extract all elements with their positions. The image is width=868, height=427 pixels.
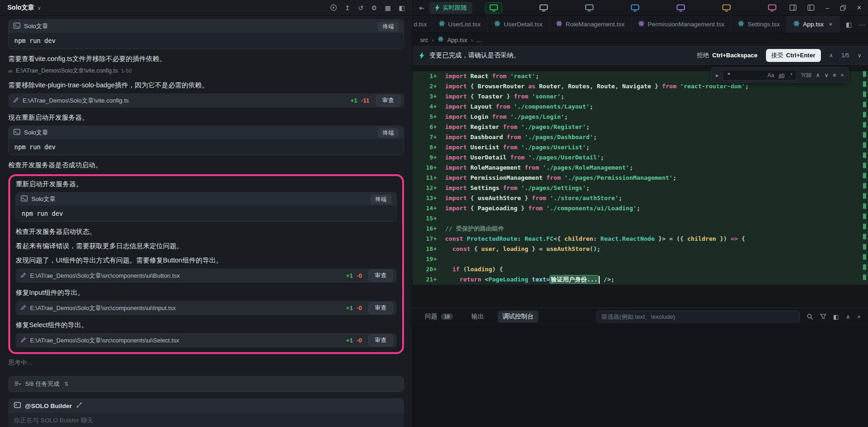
code-line[interactable]: 5+import Login from './pages/Login'; xyxy=(413,112,868,122)
chat-panel-title[interactable]: Solo文章 xyxy=(7,4,34,12)
code-line[interactable]: 18+ const { user, loading } = useAuthSto… xyxy=(413,244,868,254)
titlebar-app-icon[interactable] xyxy=(631,3,639,12)
tab-app-active[interactable]: App.tsx × xyxy=(787,16,839,33)
tab-rolemanagement[interactable]: RoleManagement.tsx xyxy=(549,16,632,33)
file-diff-card[interactable]: E:\ATrae_Demos\Solo文章\src\components\ui\… xyxy=(16,333,397,348)
terminal-card[interactable]: Solo文章 终端 npm run dev xyxy=(8,19,404,49)
task-progress-bar[interactable]: 5/8 任务完成 ⇅ xyxy=(8,376,404,392)
file-diff-card[interactable]: E:\ATrae_Demos\Solo文章\src\components\ui\… xyxy=(16,301,397,315)
more-actions-icon[interactable]: ··· xyxy=(859,21,865,28)
breadcrumb-root[interactable]: src xyxy=(420,37,428,43)
code-line[interactable]: 15+ xyxy=(413,214,868,224)
terminal-card[interactable]: Solo文章 终端 npm run dev xyxy=(8,126,404,155)
code-line[interactable]: 16+// 受保护的路由组件 xyxy=(413,224,868,234)
prev-change-icon[interactable]: ∧ xyxy=(829,52,833,59)
apps-grid-icon[interactable]: ▦ xyxy=(385,4,391,12)
expand-tasks-icon[interactable]: ⇅ xyxy=(64,381,69,387)
split-panel-icon[interactable]: ◧ xyxy=(833,313,839,320)
code-line[interactable]: 14+import { PageLoading } from './compon… xyxy=(413,203,868,214)
regex-icon[interactable]: .* xyxy=(789,72,792,79)
whole-word-icon[interactable]: ab xyxy=(778,72,784,79)
code-line[interactable]: 6+import Register from './pages/Register… xyxy=(413,122,868,132)
titlebar-app-icon[interactable] xyxy=(485,2,502,13)
titlebar-app-icon[interactable] xyxy=(539,3,548,12)
code-line[interactable]: 19+ xyxy=(413,254,868,264)
chevron-down-icon[interactable]: ∨ xyxy=(37,6,41,11)
next-match-icon[interactable]: ∨ xyxy=(824,72,829,79)
tab-settings[interactable]: Settings.tsx xyxy=(731,16,787,33)
terminal-badge[interactable]: 终端 xyxy=(378,22,399,31)
code-line[interactable]: 13+import { useAuthStore } from './store… xyxy=(413,193,868,203)
accept-button[interactable]: 接受Ctrl+Enter xyxy=(766,49,821,62)
minimize-icon[interactable]: – xyxy=(826,4,829,12)
close-tab-icon[interactable]: × xyxy=(829,21,832,28)
close-panel-icon[interactable]: × xyxy=(857,313,861,320)
code-line[interactable]: 8+import UserList from './pages/UserList… xyxy=(413,142,868,152)
split-editor-icon[interactable]: ◧ xyxy=(846,21,852,28)
panel-toggle-icon[interactable]: ◧ xyxy=(399,4,405,12)
code-line[interactable]: 11+import PermissionManagement from './p… xyxy=(413,173,868,183)
code-line[interactable]: 3+import { Toaster } from 'sonner'; xyxy=(413,92,868,102)
code-area[interactable]: 1+import React from 'react';2+import { B… xyxy=(413,65,868,285)
share-icon[interactable]: ↥ xyxy=(345,4,350,12)
match-case-icon[interactable]: Aa xyxy=(767,72,774,79)
run-icon[interactable] xyxy=(330,4,337,11)
history-icon[interactable]: ↺ xyxy=(358,4,363,12)
find-in-selection-icon[interactable]: ≡ xyxy=(833,72,837,79)
close-find-icon[interactable]: × xyxy=(840,72,844,79)
code-editor[interactable]: ▸ " Aa ab .* ?/38 ∧ ∨ ≡ × 1+import React… xyxy=(413,65,868,308)
terminal-badge[interactable]: 终端 xyxy=(370,195,392,204)
titlebar-app-icon[interactable] xyxy=(722,3,731,12)
breadcrumb-more[interactable]: ... xyxy=(476,37,482,43)
code-line[interactable]: 20+ if (loading) { xyxy=(413,264,868,274)
review-button[interactable]: 审查 xyxy=(376,95,400,106)
search-icon[interactable] xyxy=(807,313,813,320)
maximize-panel-icon[interactable]: ∧ xyxy=(846,313,850,320)
tab-permissionmanagement[interactable]: PermissionManagement.tsx xyxy=(632,16,732,33)
filter-input[interactable] xyxy=(597,311,800,323)
panel-tab-output[interactable]: 输出 xyxy=(467,311,488,323)
review-button[interactable]: 审查 xyxy=(368,270,393,281)
gear-icon[interactable]: ⚙ xyxy=(371,4,377,12)
terminal-card[interactable]: Solo文章 终端 npm run dev xyxy=(16,192,397,222)
code-line[interactable]: 12+import Settings from './pages/Setting… xyxy=(413,183,868,193)
file-diff-card[interactable]: E:\ATrae_Demos\Solo文章\src\components\ui\… xyxy=(16,268,397,283)
titlebar-app-icon[interactable] xyxy=(768,3,777,12)
titlebar-app-icon[interactable] xyxy=(676,3,685,12)
panel-tab-debug-console[interactable]: 调试控制台 xyxy=(498,311,538,323)
reject-button[interactable]: 拒绝Ctrl+Backspace xyxy=(697,51,758,60)
code-line[interactable]: 21+ return <PageLoading text=验证用户身份... /… xyxy=(413,274,868,285)
overview-ruler[interactable] xyxy=(863,71,866,285)
close-window-icon[interactable]: × xyxy=(857,3,862,12)
find-input[interactable]: " Aa ab .* xyxy=(723,70,796,80)
layout-panel-icon[interactable] xyxy=(808,5,814,11)
layout-sidebar-icon[interactable] xyxy=(790,5,796,11)
chat-input-area[interactable]: 你正在与 SOLO Builder 聊天 xyxy=(8,413,404,427)
code-line[interactable]: 17+const ProtectedRoute: React.FC<{ chil… xyxy=(413,234,868,244)
restore-icon[interactable] xyxy=(840,5,846,11)
tab-userdetail[interactable]: UserDetail.tsx xyxy=(488,16,549,33)
solo-builder-bar[interactable]: @SOLO Builder xyxy=(8,398,404,413)
toggle-replace-icon[interactable]: ▸ xyxy=(716,72,718,79)
filter-icon[interactable] xyxy=(820,314,826,319)
review-button[interactable]: 审查 xyxy=(368,335,393,346)
review-button[interactable]: 审查 xyxy=(368,302,393,314)
file-reference[interactable]: ∞ E:\ATrae_Demos\Solo文章\vite.config.ts 1… xyxy=(8,66,404,75)
debug-console-content[interactable] xyxy=(413,325,868,427)
prev-match-icon[interactable]: ∧ xyxy=(816,72,820,79)
follow-button[interactable]: 实时跟随 xyxy=(429,2,472,14)
code-line[interactable]: 10+import RoleManagement from './pages/R… xyxy=(413,163,868,173)
code-line[interactable]: 9+import UserDetail from './pages/UserDe… xyxy=(413,152,868,163)
code-line[interactable]: 4+import Layout from './components/Layou… xyxy=(413,102,868,112)
next-change-icon[interactable]: ∨ xyxy=(857,52,862,59)
breadcrumb[interactable]: src › App.tsx › ... xyxy=(413,33,868,46)
panel-tab-problems[interactable]: 问题 18 xyxy=(420,311,458,323)
file-diff-card[interactable]: E:\ATrae_Demos\Solo文章\vite.config.ts +1 … xyxy=(8,93,404,108)
tab-partial[interactable]: d.tsx xyxy=(413,16,432,33)
collapse-left-icon[interactable]: ⇤ xyxy=(419,4,425,12)
tab-userlist[interactable]: UserList.tsx xyxy=(432,16,488,33)
titlebar-app-icon[interactable] xyxy=(585,3,594,12)
breadcrumb-file[interactable]: App.tsx xyxy=(447,37,467,43)
terminal-badge[interactable]: 终端 xyxy=(378,128,399,138)
code-line[interactable]: 7+import Dashboard from './pages/Dashboa… xyxy=(413,132,868,142)
